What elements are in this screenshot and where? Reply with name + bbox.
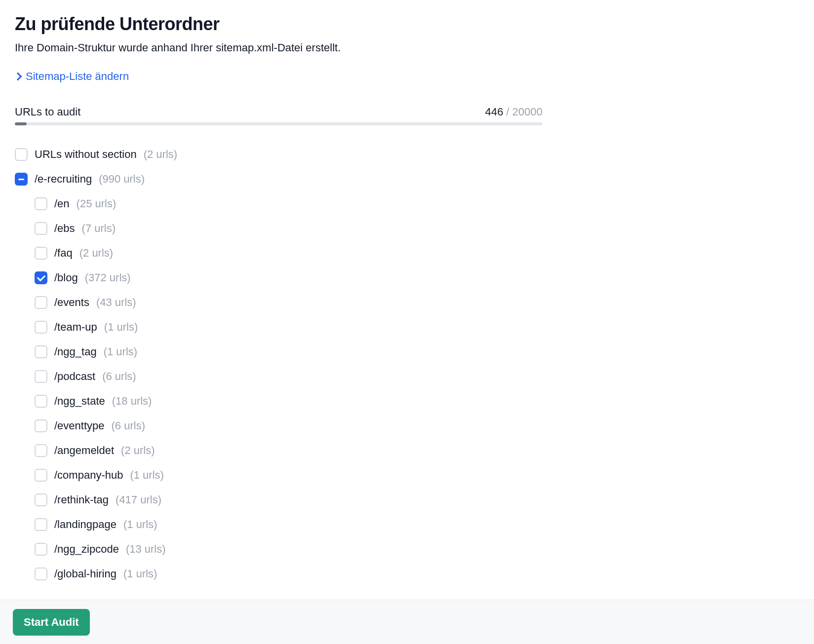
row-label: /events [54, 296, 89, 309]
audit-limit: 20000 [512, 106, 543, 118]
row-count: (2 urls) [121, 444, 155, 457]
audit-count: 446 / 20000 [485, 106, 543, 118]
sitemap-link[interactable]: Sitemap-Liste ändern [15, 70, 129, 83]
row-count: (25 urls) [77, 197, 116, 210]
tree-row[interactable]: /e-recruiting (990 urls) [15, 167, 543, 191]
row-label: /rethink-tag [54, 493, 109, 506]
footer-bar: Start Audit [0, 600, 814, 644]
folder-tree: URLs without section (2 urls) /e-recruit… [15, 142, 543, 586]
tree-row[interactable]: /faq (2 urls) [15, 241, 543, 265]
tree-row[interactable]: /blog (372 urls) [15, 265, 543, 290]
tree-row[interactable]: /rethink-tag (417 urls) [15, 488, 543, 512]
row-label: /angemeldet [54, 444, 114, 457]
row-label: /ebs [54, 222, 75, 235]
row-label: /ngg_zipcode [54, 543, 119, 556]
progress-track [15, 122, 543, 125]
row-count: (13 urls) [126, 543, 166, 556]
checkbox[interactable] [35, 296, 47, 309]
row-count: (43 urls) [96, 296, 136, 309]
row-count: (6 urls) [102, 370, 136, 383]
row-count: (1 urls) [130, 469, 163, 482]
row-count: (2 urls) [79, 247, 113, 260]
checkbox[interactable] [35, 568, 47, 580]
audit-sep: / [503, 106, 512, 118]
row-count: (2 urls) [144, 148, 177, 161]
row-label: /team-up [54, 321, 97, 334]
row-label: /company-hub [54, 469, 123, 482]
tree-row[interactable]: /en (25 urls) [15, 191, 543, 216]
tree-row[interactable]: /angemeldet (2 urls) [15, 438, 543, 463]
audit-used: 446 [485, 106, 504, 118]
chevron-right-icon [14, 73, 22, 81]
row-label: /global-hiring [54, 568, 116, 580]
tree-row[interactable]: /ngg_tag (1 urls) [15, 340, 543, 364]
checkbox[interactable] [35, 395, 47, 408]
tree-row[interactable]: /ebs (7 urls) [15, 216, 543, 241]
row-label: /blog [54, 271, 78, 284]
row-label: /ngg_tag [54, 345, 97, 358]
checkbox[interactable] [35, 543, 47, 556]
row-label: /landingpage [54, 518, 116, 531]
page-subtitle: Ihre Domain-Struktur wurde anhand Ihrer … [15, 41, 799, 54]
tree-row[interactable]: URLs without section (2 urls) [15, 142, 543, 167]
row-label: /podcast [54, 370, 95, 383]
tree-row[interactable]: /ngg_zipcode (13 urls) [15, 537, 543, 562]
checkbox[interactable] [15, 173, 28, 186]
sitemap-link-label: Sitemap-Liste ändern [26, 70, 129, 83]
row-count: (7 urls) [82, 222, 116, 235]
checkbox[interactable] [35, 444, 47, 457]
checkbox[interactable] [35, 197, 47, 210]
checkbox[interactable] [35, 370, 47, 383]
row-label: URLs without section [35, 148, 137, 161]
row-count: (990 urls) [99, 173, 145, 186]
checkbox[interactable] [35, 518, 47, 531]
tree-row[interactable]: /eventtype (6 urls) [15, 414, 543, 438]
checkbox[interactable] [35, 321, 47, 334]
row-count: (1 urls) [123, 518, 157, 531]
row-label: /en [54, 197, 70, 210]
row-count: (372 urls) [85, 271, 131, 284]
row-count: (18 urls) [112, 395, 152, 408]
row-label: /ngg_state [54, 395, 105, 408]
tree-row[interactable]: /team-up (1 urls) [15, 315, 543, 340]
checkbox[interactable] [35, 493, 47, 506]
tree-row[interactable]: /ngg_state (18 urls) [15, 389, 543, 414]
tree-row[interactable]: /podcast (6 urls) [15, 364, 543, 389]
row-count: (1 urls) [104, 321, 138, 334]
row-count: (417 urls) [116, 493, 161, 506]
checkbox[interactable] [35, 222, 47, 235]
tree-row[interactable]: /company-hub (1 urls) [15, 463, 543, 488]
page-title: Zu prüfende Unterordner [15, 14, 799, 35]
tree-row[interactable]: /events (43 urls) [15, 290, 543, 315]
checkbox[interactable] [35, 419, 47, 432]
start-audit-button[interactable]: Start Audit [13, 609, 90, 636]
tree-row[interactable]: /global-hiring (1 urls) [15, 562, 543, 586]
audit-label: URLs to audit [15, 106, 80, 118]
tree-row[interactable]: /landingpage (1 urls) [15, 512, 543, 537]
checkbox[interactable] [35, 469, 47, 482]
row-label: /eventtype [54, 419, 105, 432]
row-count: (1 urls) [123, 568, 157, 580]
checkbox[interactable] [15, 148, 28, 161]
row-count: (6 urls) [112, 419, 145, 432]
checkbox[interactable] [35, 247, 47, 260]
row-count: (1 urls) [104, 345, 137, 358]
checkbox[interactable] [35, 345, 47, 358]
row-label: /e-recruiting [35, 173, 92, 186]
progress-fill [15, 122, 27, 125]
checkbox[interactable] [35, 271, 47, 284]
row-label: /faq [54, 247, 73, 260]
